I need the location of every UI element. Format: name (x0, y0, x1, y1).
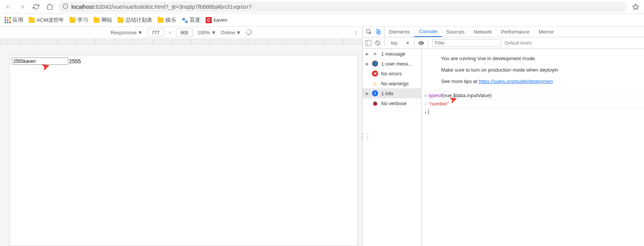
devtools-tabs: Elements Console Sources Network Perform… (363, 27, 644, 37)
todo-output: 2555 (69, 58, 81, 64)
user-icon: 👤 (372, 61, 378, 67)
bookmark-folder-1[interactable]: 学习 (69, 17, 88, 24)
svg-line-8 (376, 41, 379, 44)
viewport-width-input[interactable] (147, 29, 164, 37)
svg-rect-6 (378, 31, 380, 34)
viewport-height-input[interactable] (176, 29, 193, 37)
console-toolbar: top ▼ Default levels (363, 37, 644, 49)
prompt-icon: › (425, 93, 426, 98)
vue-docs-link[interactable]: https://vuejs.org/guide/deploymen (479, 78, 553, 84)
tab-performance[interactable]: Performance (496, 27, 534, 37)
folder-icon (118, 18, 124, 23)
tab-console[interactable]: Console (414, 27, 442, 37)
apps-shortcut[interactable]: 应用 (5, 17, 23, 24)
rotate-icon[interactable] (246, 29, 252, 36)
url-text: localhost:63342/vue/vue/todolist.html?_i… (71, 3, 252, 10)
sidebar-toggle-icon[interactable] (365, 40, 371, 46)
baidu-icon: 🐾 (182, 17, 188, 23)
reload-button[interactable] (31, 2, 41, 12)
console-filter-input[interactable] (432, 39, 501, 47)
clear-console-icon[interactable] (375, 40, 380, 46)
bookmark-folder-0[interactable]: ACM这些年 (29, 17, 64, 24)
folder-icon (69, 18, 76, 23)
console-input-line: › typeof(vue.$data.inputValue) (422, 91, 644, 100)
expand-icon: ▶ (366, 62, 369, 66)
sidebar-item-verbose[interactable]: 🐞 No verbose (363, 98, 421, 108)
ruler (0, 39, 362, 44)
folder-icon (93, 18, 100, 23)
folder-icon (158, 18, 164, 23)
site-info-icon[interactable] (63, 3, 68, 10)
list-icon: ≡ (372, 51, 378, 57)
dimension-separator: × (169, 30, 172, 35)
error-icon: ✕ (372, 70, 378, 77)
page-pane: Responsive ▼ × 100% ▼ Online ▼ ⋮ (0, 27, 362, 246)
chevron-down-icon: ▼ (406, 40, 410, 46)
url-bar[interactable]: localhost:63342/vue/vue/todolist.html?_i… (58, 2, 627, 12)
eye-icon[interactable] (418, 40, 424, 46)
bookmark-kaven[interactable]: Ckaven (206, 17, 227, 23)
bookmark-folder-3[interactable]: 总结计划表 (118, 17, 152, 24)
device-select[interactable]: Responsive ▼ (111, 30, 143, 35)
todo-input[interactable] (12, 58, 68, 65)
svg-rect-5 (377, 29, 379, 33)
device-toolbar: Responsive ▼ × 100% ▼ Online ▼ ⋮ (0, 27, 362, 39)
cursor (428, 109, 429, 115)
bookmark-folder-4[interactable]: 娱乐 (158, 17, 176, 24)
console-sidebar: ▶ ≡ 1 message ▶ 👤 1 user mess... ✕ No er… (363, 49, 422, 246)
chevron-down-icon: ▼ (138, 30, 143, 35)
devtools-pane: Elements Console Sources Network Perform… (362, 27, 644, 246)
apps-label: 应用 (13, 17, 23, 24)
info-icon: i (372, 90, 378, 96)
network-select[interactable]: Online ▼ (221, 30, 241, 35)
context-select[interactable]: top (388, 39, 402, 47)
console-prompt[interactable]: › (422, 108, 644, 116)
sidebar-item-warnings[interactable]: ⚠ No warnings (363, 78, 421, 88)
tab-network[interactable]: Network (469, 27, 497, 37)
zoom-select[interactable]: 100% ▼ (197, 30, 216, 35)
page-frame: 2555 (9, 55, 358, 246)
prompt-icon: › (425, 109, 426, 115)
kaven-icon: C (206, 17, 212, 23)
chevron-down-icon: ▼ (211, 30, 216, 35)
bookmark-baidu[interactable]: 🐾百度 (182, 17, 200, 24)
sidebar-item-messages[interactable]: ▶ ≡ 1 message (363, 49, 421, 59)
log-levels-select[interactable]: Default levels (505, 40, 532, 46)
svg-marker-3 (633, 4, 639, 9)
home-button[interactable] (44, 2, 55, 12)
console-message: You are running Vue in development mode.… (422, 49, 644, 91)
bookmarks-bar: 应用 ACM这些年 学习 网站 总结计划表 娱乐 🐾百度 Ckaven (0, 14, 644, 27)
page-viewport: 2555 ➤ (0, 44, 362, 246)
inspect-icon[interactable] (366, 29, 372, 35)
result-icon: ‹ (425, 101, 426, 107)
forward-button[interactable] (17, 2, 27, 12)
warning-icon: ⚠ (372, 80, 378, 86)
folder-icon (29, 18, 35, 23)
console-output[interactable]: You are running Vue in development mode.… (422, 49, 644, 246)
sidebar-item-errors[interactable]: ✕ No errors (363, 69, 421, 78)
browser-toolbar: localhost:63342/vue/vue/todolist.html?_i… (0, 0, 644, 14)
chevron-down-icon: ▼ (236, 30, 241, 35)
console-result-line: ‹ "number" (422, 100, 644, 108)
device-menu-icon[interactable]: ⋮ (354, 30, 359, 35)
sidebar-item-user[interactable]: ▶ 👤 1 user mess... (363, 59, 421, 69)
bug-icon: 🐞 (372, 100, 378, 106)
sidebar-item-info[interactable]: ▶ i 1 info (363, 88, 421, 98)
expand-icon: ▶ (366, 52, 369, 56)
back-button[interactable] (3, 2, 14, 12)
tab-sources[interactable]: Sources (442, 27, 469, 37)
bookmark-folder-2[interactable]: 网站 (93, 17, 112, 24)
device-mode-icon[interactable] (375, 29, 381, 35)
pane-splitter[interactable]: ⋮⋮ (359, 132, 370, 141)
bookmark-star-icon[interactable] (630, 2, 641, 12)
tab-memory[interactable]: Memor (534, 27, 559, 37)
tab-elements[interactable]: Elements (385, 27, 414, 37)
expand-icon: ▶ (366, 91, 369, 96)
apps-icon (5, 17, 11, 23)
